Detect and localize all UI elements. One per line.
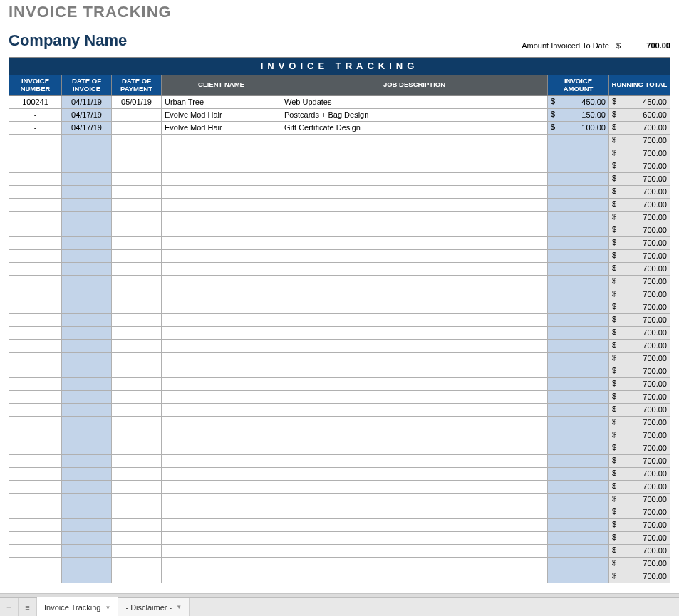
cell[interactable]: [9, 249, 62, 262]
cell[interactable]: [162, 352, 281, 365]
cell[interactable]: [162, 134, 281, 147]
cell[interactable]: [112, 160, 162, 172]
cell-invoice-amount[interactable]: [548, 454, 609, 467]
cell-invoice-amount[interactable]: [548, 570, 609, 583]
cell[interactable]: [281, 429, 548, 442]
cell[interactable]: [9, 557, 62, 570]
cell-invoice-amount[interactable]: [548, 467, 609, 480]
cell[interactable]: [281, 442, 548, 454]
cell-invoice-amount[interactable]: [548, 160, 609, 172]
table-row[interactable]: $700.00: [9, 429, 670, 442]
cell-invoice-amount[interactable]: [548, 416, 609, 429]
table-row[interactable]: $700.00: [9, 185, 670, 198]
cell[interactable]: [62, 570, 112, 583]
invoice-table[interactable]: INVOICE NUMBER DATE OF INVOICE DATE OF P…: [9, 75, 670, 583]
cell[interactable]: [62, 249, 112, 262]
cell[interactable]: [9, 518, 62, 531]
cell-running-total[interactable]: $700.00: [609, 224, 670, 236]
cell[interactable]: [9, 429, 62, 442]
cell[interactable]: [9, 275, 62, 288]
cell-invoice-amount[interactable]: [548, 352, 609, 365]
cell-invoice-amount[interactable]: $150.00: [548, 108, 609, 121]
table-row[interactable]: $700.00: [9, 467, 670, 480]
table-row[interactable]: $700.00: [9, 518, 670, 531]
col-job-description[interactable]: JOB DESCRIPTION: [281, 75, 548, 96]
cell[interactable]: [162, 172, 281, 185]
cell-running-total[interactable]: $700.00: [609, 121, 670, 134]
cell[interactable]: [112, 390, 162, 403]
cell[interactable]: [9, 313, 62, 326]
cell-invoice-amount[interactable]: [548, 301, 609, 313]
cell-running-total[interactable]: $700.00: [609, 288, 670, 301]
cell[interactable]: [281, 236, 548, 249]
cell[interactable]: [62, 544, 112, 557]
cell[interactable]: [112, 531, 162, 544]
cell-running-total[interactable]: $700.00: [609, 313, 670, 326]
cell[interactable]: [281, 198, 548, 211]
table-row[interactable]: $700.00: [9, 493, 670, 506]
cell[interactable]: [9, 352, 62, 365]
cell-running-total[interactable]: $700.00: [609, 198, 670, 211]
cell[interactable]: [281, 160, 548, 172]
cell-invoice-amount[interactable]: [548, 134, 609, 147]
cell[interactable]: [112, 313, 162, 326]
cell[interactable]: [162, 570, 281, 583]
cell[interactable]: 04/17/19: [62, 121, 112, 134]
table-row[interactable]: $700.00: [9, 480, 670, 493]
cell[interactable]: [9, 198, 62, 211]
cell[interactable]: [281, 147, 548, 160]
cell[interactable]: [162, 211, 281, 224]
cell[interactable]: [281, 506, 548, 518]
cell[interactable]: [62, 429, 112, 442]
cell[interactable]: [162, 301, 281, 313]
table-row[interactable]: $700.00: [9, 352, 670, 365]
cell[interactable]: [281, 262, 548, 275]
cell[interactable]: [62, 480, 112, 493]
table-row[interactable]: $700.00: [9, 390, 670, 403]
cell-running-total[interactable]: $700.00: [609, 480, 670, 493]
cell[interactable]: [112, 147, 162, 160]
cell[interactable]: [112, 416, 162, 429]
cell[interactable]: [162, 416, 281, 429]
cell-running-total[interactable]: $600.00: [609, 108, 670, 121]
col-date-of-payment[interactable]: DATE OF PAYMENT: [112, 75, 162, 96]
cell[interactable]: [112, 518, 162, 531]
cell[interactable]: [9, 454, 62, 467]
table-row[interactable]: $700.00: [9, 416, 670, 429]
cell[interactable]: [9, 403, 62, 416]
cell[interactable]: [162, 275, 281, 288]
cell[interactable]: [162, 365, 281, 377]
table-row[interactable]: 10024104/11/1905/01/19Urban TreeWeb Upda…: [9, 95, 670, 108]
cell[interactable]: [9, 160, 62, 172]
cell[interactable]: [112, 301, 162, 313]
cell[interactable]: [62, 275, 112, 288]
cell[interactable]: [9, 185, 62, 198]
cell[interactable]: [112, 377, 162, 390]
cell[interactable]: [162, 262, 281, 275]
table-row[interactable]: $700.00: [9, 134, 670, 147]
cell[interactable]: [9, 339, 62, 352]
cell-running-total[interactable]: $700.00: [609, 185, 670, 198]
cell[interactable]: [62, 339, 112, 352]
cell[interactable]: [281, 518, 548, 531]
cell-running-total[interactable]: $700.00: [609, 262, 670, 275]
cell[interactable]: [162, 480, 281, 493]
table-row[interactable]: $700.00: [9, 313, 670, 326]
cell[interactable]: [112, 211, 162, 224]
cell[interactable]: [9, 544, 62, 557]
cell-running-total[interactable]: $700.00: [609, 442, 670, 454]
cell[interactable]: [281, 288, 548, 301]
cell[interactable]: -: [9, 108, 62, 121]
cell-running-total[interactable]: $700.00: [609, 275, 670, 288]
cell-running-total[interactable]: $700.00: [609, 249, 670, 262]
table-row[interactable]: $700.00: [9, 557, 670, 570]
cell[interactable]: [9, 134, 62, 147]
cell[interactable]: [62, 134, 112, 147]
cell-running-total[interactable]: $700.00: [609, 531, 670, 544]
cell[interactable]: [9, 416, 62, 429]
cell[interactable]: [281, 313, 548, 326]
cell[interactable]: [112, 454, 162, 467]
cell-invoice-amount[interactable]: [548, 365, 609, 377]
cell[interactable]: [62, 531, 112, 544]
table-row[interactable]: $700.00: [9, 339, 670, 352]
